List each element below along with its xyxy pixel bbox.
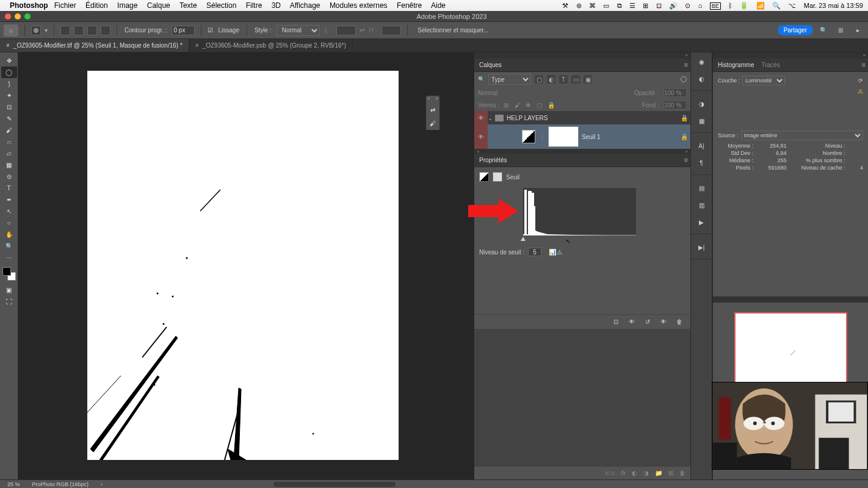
color-swatches[interactable] [2, 267, 16, 281]
menu-edition[interactable]: Édition [85, 1, 108, 10]
volume-icon[interactable]: 🔊 [669, 2, 678, 9]
close-icon[interactable]: × [427, 96, 430, 103]
minimize-window-button[interactable] [15, 13, 21, 20]
tray-icon[interactable]: ⊞ [643, 2, 648, 9]
layer-row-selected[interactable]: 👁 ⋮ Seuil 1 🔒 [474, 124, 690, 149]
quickmask-tool[interactable]: ▣ [1, 284, 17, 296]
character-panel-icon[interactable]: A| [696, 140, 707, 151]
opacity-input[interactable] [664, 88, 687, 97]
screenmode-tool[interactable]: ⛶ [1, 296, 17, 307]
wifi-icon[interactable]: 📶 [756, 2, 765, 9]
menu-fichier[interactable]: Fichier [54, 1, 76, 10]
visibility-toggle[interactable]: 👁 [474, 111, 488, 124]
channel-select[interactable]: Luminosité [742, 76, 785, 85]
style-select[interactable]: Normal [277, 25, 320, 36]
filter-smart-icon[interactable]: ▣ [584, 75, 592, 84]
source-select[interactable]: Image entière [741, 131, 863, 140]
marquee-tool-icon[interactable] [31, 26, 41, 35]
more-tools[interactable]: ⋯ [1, 252, 17, 264]
brush-settings-icon[interactable]: 🖌 [426, 117, 439, 130]
panel-menu-icon[interactable]: ≡ [862, 61, 866, 68]
menu-modules[interactable]: Modules externes [330, 1, 388, 10]
horizontal-scrollbar[interactable] [273, 482, 396, 487]
filter-pixel-icon[interactable]: ▢ [535, 75, 543, 84]
layers-panel-tab[interactable]: Calques ≡ [474, 59, 690, 72]
reset-icon[interactable]: ↺ [643, 317, 653, 327]
tray-icon[interactable]: ⌂ [698, 2, 703, 9]
move-tool[interactable]: ✥ [1, 55, 17, 66]
color-panel-icon[interactable]: ◉ [696, 56, 707, 67]
adjustments-panel-icon[interactable]: ◑ [696, 98, 707, 109]
panel-menu-icon[interactable]: ≡ [684, 61, 688, 68]
bluetooth-icon[interactable]: ᛒ [728, 2, 732, 9]
crop-tool[interactable]: ⊡ [1, 101, 17, 113]
lissage-check[interactable]: ☑ [208, 27, 213, 34]
delete-layer-icon[interactable]: 🗑 [679, 470, 685, 476]
eraser-tool[interactable]: ▱ [1, 148, 17, 159]
panel-menu-icon[interactable]: ≡ [684, 156, 688, 163]
brush-icon[interactable]: ⇄ [426, 103, 439, 117]
refresh-icon[interactable]: ⟳ [858, 77, 863, 84]
hand-tool[interactable]: ✋ [1, 229, 17, 240]
tray-icon[interactable]: ☰ [629, 2, 635, 9]
app-name[interactable]: Photoshop [10, 1, 48, 10]
lock-image-icon[interactable]: 🖌 [515, 102, 521, 109]
swatches-panel-icon[interactable]: ◐ [696, 73, 707, 84]
clip-icon[interactable]: ⊡ [611, 317, 621, 327]
status-zoom[interactable]: 25 % [7, 481, 20, 487]
fill-input[interactable] [664, 101, 687, 109]
auto-icon[interactable]: 📊⚠ [549, 249, 562, 256]
layer-mask-thumb[interactable] [549, 127, 578, 146]
selection-subtract-icon[interactable] [87, 26, 97, 35]
menu-image[interactable]: Image [117, 1, 137, 10]
close-tab-icon[interactable]: × [6, 42, 10, 49]
search-icon[interactable]: 🔍 [819, 26, 828, 35]
folder-icon[interactable]: 📁 [655, 470, 662, 476]
view-previous-icon[interactable]: 👁 [627, 317, 637, 327]
canvas-area[interactable]: ×» ⇄ 🖌 [18, 52, 474, 479]
menu-affichage[interactable]: Affichage [290, 1, 320, 10]
layer-name[interactable]: Seuil 1 [582, 134, 681, 140]
lock-transparency-icon[interactable]: ⊞ [504, 102, 510, 109]
fx-icon[interactable]: fx [621, 470, 626, 476]
wifi-icon[interactable]: ⊚ [576, 2, 582, 9]
info-panel-icon[interactable]: ▥ [696, 199, 707, 210]
tray-icon[interactable]: ⊡ [656, 2, 662, 9]
close-tab-icon[interactable]: × [195, 42, 199, 49]
menu-3d[interactable]: 3D [272, 1, 281, 10]
foreground-color[interactable] [2, 267, 11, 276]
lock-icon[interactable]: 🔒 [681, 115, 690, 121]
pen-tool[interactable]: ✒ [1, 194, 17, 206]
zoom-tool[interactable]: 🔍 [1, 240, 17, 252]
control-center-icon[interactable]: ⌥ [788, 2, 796, 9]
lasso-tool[interactable]: ⟆ [1, 78, 17, 90]
wand-tool[interactable]: ✦ [1, 90, 17, 101]
styles-panel-icon[interactable]: ▦ [696, 115, 707, 126]
battery-icon[interactable]: 🔋 [740, 2, 748, 9]
lock-position-icon[interactable]: ✥ [526, 102, 532, 109]
delete-icon[interactable]: 🗑 [675, 317, 684, 327]
menu-aide[interactable]: Aide [431, 1, 446, 10]
share-button[interactable]: Partager [778, 25, 813, 35]
lock-icon[interactable]: 🔒 [681, 134, 690, 140]
close-window-button[interactable] [5, 13, 11, 20]
libraries-panel-icon[interactable]: ▤ [696, 182, 707, 193]
actions-panel-icon[interactable]: ▶ [696, 217, 707, 228]
tab-histogramme[interactable]: Histogramme [718, 62, 754, 68]
collapse-icon[interactable]: » [436, 96, 438, 103]
menu-selection[interactable]: Sélection [206, 1, 236, 10]
chevron-right-icon[interactable]: › [101, 481, 103, 487]
filter-adjust-icon[interactable]: ◐ [547, 75, 555, 84]
filter-shape-icon[interactable]: ▭ [571, 75, 580, 84]
menu-filtre[interactable]: Filtre [246, 1, 262, 10]
collapse-icon[interactable]: » [863, 52, 866, 59]
visibility-icon[interactable]: 👁 [659, 317, 668, 327]
visibility-toggle[interactable]: 👁 [474, 124, 488, 149]
mac-menubar[interactable]: Photoshop Fichier Édition Image Calque T… [0, 0, 868, 11]
menu-calque[interactable]: Calque [147, 1, 170, 10]
actions-panel-icon[interactable]: ▶| [696, 242, 707, 253]
adjustment-thumb[interactable] [522, 130, 535, 143]
menu-fenetre[interactable]: Fenêtre [397, 1, 422, 10]
tray-icon[interactable]: BE [710, 2, 721, 10]
link-icon[interactable]: ⋮ [539, 134, 545, 140]
